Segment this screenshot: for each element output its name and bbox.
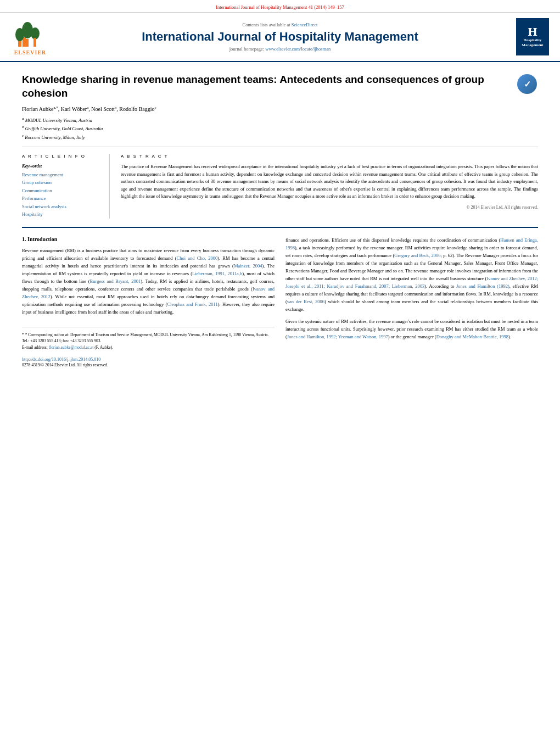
- ref-hansen[interactable]: Hansen and Eringa, 1998: [285, 237, 538, 250]
- sciencedirect-link[interactable]: ScienceDirect: [292, 22, 318, 27]
- ref-jones1[interactable]: Jones and Hamilton (1992): [456, 283, 509, 289]
- ref-donaghy[interactable]: Donaghy and McMahon-Beattie, 1998: [436, 334, 508, 339]
- doi-section: http://dx.doi.org/10.1016/j.ijhm.2014.05…: [22, 356, 275, 362]
- crossmark-logo[interactable]: ✓: [516, 73, 538, 95]
- journal-title-center: Contents lists available at ScienceDirec…: [49, 22, 511, 52]
- ref-ivanov1[interactable]: Ivanov and Zhechev, 2012: [22, 286, 275, 299]
- article-info-label: A R T I C L E I N F O: [22, 154, 101, 159]
- footnote-text-content: * Corresponding author at: Department of…: [25, 332, 269, 337]
- body-divider: [22, 227, 538, 228]
- hospitality-logo: H Hospitality Management: [511, 18, 549, 55]
- keyword-1: Revenue management: [22, 171, 101, 178]
- journal-top-bar: International Journal of Hospitality Man…: [0, 0, 560, 13]
- ref-lieberman[interactable]: Lieberman, 1991, 2011a,b: [192, 271, 242, 276]
- abstract-text: The practice of Revenue Management has r…: [121, 163, 538, 200]
- keyword-4: Performance: [22, 194, 101, 202]
- footnote-section: * * Corresponding author at: Department …: [22, 327, 275, 369]
- author4-sup: c: [154, 105, 156, 110]
- contents-available: Contents lists available at ScienceDirec…: [49, 22, 511, 27]
- two-column-body: 1. Introduction Revenue management (RM) …: [22, 236, 538, 369]
- abstract-section: A B S T R A C T The practice of Revenue …: [121, 154, 538, 219]
- author3-sup: b: [115, 105, 117, 110]
- author2-name: Karl Wöber: [61, 107, 87, 113]
- col-left: 1. Introduction Revenue management (RM) …: [22, 236, 275, 369]
- email-label: E-mail address:: [22, 345, 48, 350]
- elsevier-tree-icon: [15, 18, 46, 48]
- ref-gregory[interactable]: Gregory and Beck, 2006: [394, 253, 440, 258]
- footnote-tel: Tel.: +43 3203 555 413; fax: +43 3203 55…: [22, 338, 275, 344]
- section1-number: 1.: [22, 236, 26, 242]
- copyright-line: © 2014 Elsevier Ltd. All rights reserved…: [121, 205, 538, 210]
- col-right: finance and operations. Efficient use of…: [285, 236, 538, 369]
- authors-line: Florian Aubkea,*, Karl Wöbera, Noel Scot…: [22, 105, 538, 112]
- author2-sup: a: [87, 105, 88, 110]
- article-title-section: Knowledge sharing in revenue management …: [22, 73, 538, 100]
- svg-rect-5: [26, 39, 29, 47]
- journal-name: International Journal of Hospitality Man…: [49, 30, 511, 44]
- elsevier-label: ELSEVIER: [14, 49, 47, 55]
- article-info: A R T I C L E I N F O Keywords: Revenue …: [22, 154, 110, 219]
- article-content: Knowledge sharing in revenue management …: [0, 62, 560, 379]
- col-right-para-2: Given the systemic nature of RM activiti…: [285, 317, 538, 341]
- author1-sup: a,*: [54, 105, 58, 110]
- ref-mainzer[interactable]: Mainzer, 2004: [234, 263, 262, 269]
- email-link[interactable]: florian.aubke@modul.ac.at: [49, 345, 94, 350]
- keywords-label: Keywords:: [22, 163, 101, 169]
- keyword-2: Group cohesion: [22, 178, 101, 186]
- issn-content: 0278-4319/© 2014 Elsevier Ltd. All right…: [22, 362, 108, 367]
- svg-rect-6: [33, 38, 36, 47]
- journal-header: ELSEVIER Contents lists available at Sci…: [0, 13, 560, 62]
- author4-name: Rodolfo Baggio: [119, 107, 154, 113]
- footnote-1: * * Corresponding author at: Department …: [22, 332, 275, 338]
- section1-heading: 1. Introduction: [22, 236, 275, 242]
- keywords-list: Revenue management Group cohesion Commun…: [22, 171, 101, 219]
- keyword-6: Hospitality: [22, 210, 101, 218]
- keyword-3: Communication: [22, 187, 101, 194]
- keyword-5: Social network analysis: [22, 203, 101, 210]
- journal-homepage: journal homepage: www.elsevier.com/locat…: [49, 46, 511, 52]
- article-info-abstract: A R T I C L E I N F O Keywords: Revenue …: [22, 147, 538, 219]
- article-title: Knowledge sharing in revenue management …: [22, 73, 508, 100]
- journal-issue-info: International Journal of Hospitality Man…: [216, 4, 344, 10]
- section1-title: Introduction: [27, 236, 57, 242]
- journal-homepage-link[interactable]: www.elsevier.com/locate/ijhosman: [265, 46, 331, 52]
- ref-burgess[interactable]: Burgess and Bryant, 2001: [90, 278, 141, 284]
- hospitality-logo-box: H Hospitality Management: [516, 18, 549, 55]
- col-right-para-1: finance and operations. Efficient use of…: [285, 236, 538, 313]
- page-wrapper: International Journal of Hospitality Man…: [0, 0, 560, 742]
- ref-cleophas[interactable]: Cleophas and Frank, 2011: [167, 302, 217, 307]
- svg-point-4: [31, 27, 40, 40]
- ref-vander[interactable]: van der Rest, 2006: [287, 299, 324, 304]
- affiliation-c: c Bocconi University, Milan, Italy: [22, 133, 538, 141]
- author3-name: Noel Scott: [91, 107, 115, 113]
- issn-text: 0278-4319/© 2014 Elsevier Ltd. All right…: [22, 362, 275, 369]
- elsevier-logo: ELSEVIER: [11, 18, 49, 55]
- footnote-email: E-mail address: florian.aubke@modul.ac.a…: [22, 344, 275, 351]
- doi-link[interactable]: http://dx.doi.org/10.1016/j.ijhm.2014.05…: [22, 357, 100, 362]
- ref-choi[interactable]: Choi and Cho, 2000: [177, 255, 218, 261]
- ref-jones2[interactable]: Jones and Hamilton, 1992; Yeoman and Wat…: [287, 334, 388, 339]
- author1-name: Florian Aubke: [22, 107, 54, 113]
- affiliations: a MODUL University Vienna, Austria b Gri…: [22, 116, 538, 141]
- col-left-para-1: Revenue management (RM) is a business pr…: [22, 247, 275, 316]
- abstract-label: A B S T R A C T: [121, 154, 538, 159]
- hospitality-sublabel: Management: [522, 43, 543, 48]
- affiliation-b: b Griffith University, Gold Coast, Austr…: [22, 124, 538, 132]
- crossmark-icon[interactable]: ✓: [517, 74, 537, 94]
- email-suffix: (F. Aubke).: [94, 345, 113, 350]
- affiliation-a: a MODUL University Vienna, Austria: [22, 116, 538, 124]
- hospitality-label: Hospitality: [523, 38, 541, 43]
